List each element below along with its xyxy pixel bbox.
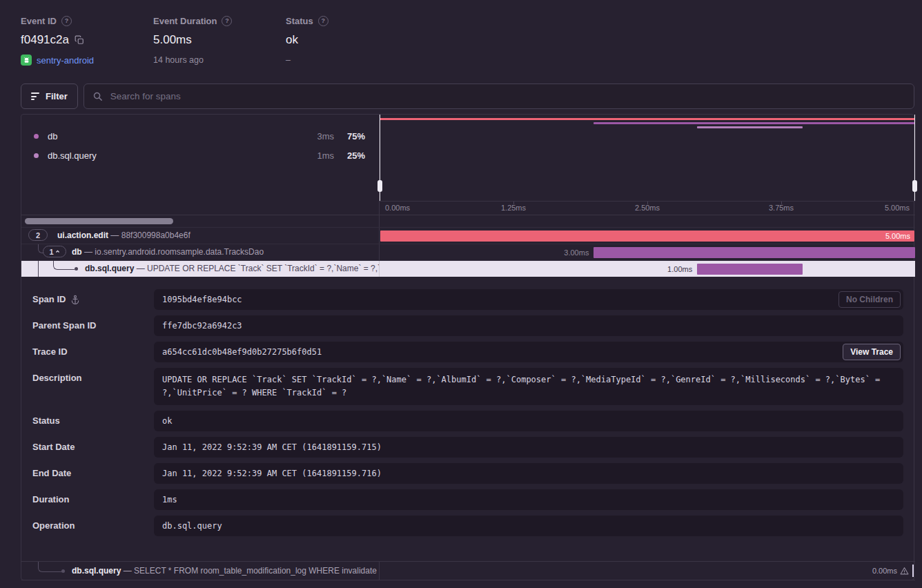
detail-value-box: db.sql.query — [154, 516, 903, 536]
minimap-right-handle[interactable] — [914, 115, 915, 201]
span-duration-bar[interactable] — [380, 231, 914, 242]
detail-row-parent-span-id: Parent Span ID ffe7dbc92a6942c3 — [32, 315, 903, 336]
project-link[interactable]: sentry-android — [37, 55, 94, 66]
start-date-value: Jan 11, 2022 9:52:39 AM CET (1641891159.… — [162, 442, 382, 452]
warning-icon[interactable] — [900, 566, 909, 578]
trace-id-value: a654cc61dc0b48ef9d0b27275b6f0d51 — [162, 347, 322, 357]
detail-value-box: ok — [154, 411, 903, 431]
span-duration-label: 0.00ms — [872, 562, 897, 580]
filter-button[interactable]: Filter — [21, 84, 78, 109]
detail-value-box: UPDATE OR REPLACE `Track` SET `TrackId` … — [154, 368, 903, 405]
span-op: db.sql.query — [85, 264, 134, 273]
op-name: db.sql.query — [48, 150, 302, 161]
detail-label: Start Date — [32, 437, 75, 458]
search-icon — [92, 91, 103, 101]
legend-row[interactable]: db.sql.query 1ms 25% — [21, 146, 379, 165]
copy-icon[interactable] — [75, 35, 84, 45]
span-description: io.sentry.android.roomsample.data.Tracks… — [95, 247, 264, 257]
tree-connector — [53, 261, 75, 270]
status-sub: – — [286, 55, 291, 65]
detail-label: End Date — [32, 463, 71, 484]
axis-label: 5.00ms — [885, 204, 910, 212]
operation-value: db.sql.query — [162, 521, 222, 531]
event-id-block: Event ID ? f0491c2a sentry-android — [21, 15, 153, 66]
detail-value-box: a654cc61dc0b48ef9d0b27275b6f0d51 View Tr… — [154, 342, 903, 362]
span-op: ui.action.edit — [57, 231, 108, 240]
separator: — — [84, 247, 92, 257]
detail-row-end-date: End Date Jan 11, 2022 9:52:39 AM CET (16… — [32, 463, 903, 484]
span-op: db.sql.query — [72, 566, 121, 576]
help-icon[interactable]: ? — [222, 16, 232, 26]
time-axis: 0.00ms 1.25ms 2.50ms 3.75ms 5.00ms — [380, 201, 915, 215]
detail-value-box: 1ms — [154, 489, 903, 510]
event-duration-label: Event Duration — [153, 16, 217, 26]
op-duration: 1ms — [302, 150, 334, 161]
detail-label: Status — [32, 411, 60, 431]
zero-duration-span-marker[interactable] — [912, 565, 914, 577]
horizontal-scrollbar[interactable] — [25, 218, 173, 224]
tree-connector-dot — [61, 569, 65, 573]
span-description: SELECT * FROM room_table_modification_lo… — [134, 566, 377, 576]
span-row-ui-action-edit[interactable]: 2 ui.action.edit — 88f300998a0b4e6f 5.00… — [21, 227, 915, 244]
detail-value-box: ffe7dbc92a6942c3 — [154, 315, 903, 336]
description-value: UPDATE OR REPLACE `Track` SET `TrackId` … — [162, 373, 895, 400]
parent-span-id-value: ffe7dbc92a6942c3 — [162, 321, 242, 331]
tree-connector — [38, 261, 39, 277]
view-trace-button[interactable]: View Trace — [843, 344, 901, 360]
help-icon[interactable]: ? — [318, 16, 328, 26]
minimap-left-handle[interactable] — [380, 115, 380, 201]
detail-label: Description — [32, 368, 82, 389]
status-label: Status — [286, 16, 313, 26]
timeline-minimap[interactable] — [380, 115, 915, 201]
detail-row-status: Status ok — [32, 411, 903, 431]
span-row-db[interactable]: 1 db — io.sentry.android.roomsample.data… — [21, 244, 915, 260]
legend-row[interactable]: db 3ms 75% — [21, 126, 379, 146]
no-children-badge: No Children — [838, 291, 901, 308]
span-duration-bar[interactable] — [594, 247, 915, 258]
event-id-value: f0491c2a — [21, 33, 69, 47]
detail-row-operation: Operation db.sql.query — [32, 516, 903, 536]
operations-breakdown: db 3ms 75% db.sql.query 1ms 25% — [21, 115, 379, 201]
span-duration-label: 5.00ms — [885, 231, 910, 242]
detail-row-duration: Duration 1ms — [32, 489, 903, 510]
tree-connector-dot — [75, 267, 78, 271]
minimap-span-bar — [594, 122, 915, 124]
detail-label: Span ID — [32, 289, 66, 310]
span-row-db-sql-query-select[interactable]: db.sql.query — SELECT * FROM room_table_… — [21, 561, 915, 580]
span-description: 88f300998a0b4e6f — [121, 231, 190, 240]
end-date-value: Jan 11, 2022 9:52:39 AM CET (1641891159.… — [162, 469, 382, 478]
children-count: 1 — [49, 248, 53, 256]
span-op: db — [72, 247, 82, 257]
android-platform-icon — [21, 55, 32, 66]
event-age: 14 hours ago — [153, 55, 204, 65]
minimap-span-bar — [380, 118, 915, 120]
search-bar[interactable] — [84, 84, 914, 109]
op-percentage: 75% — [334, 131, 365, 141]
anchor-icon[interactable] — [70, 289, 80, 310]
status-value: ok — [162, 416, 172, 426]
detail-value-box: 1095bd4ef8e94bcc No Children — [154, 289, 903, 310]
help-icon[interactable]: ? — [61, 16, 72, 26]
op-color-dot — [34, 134, 39, 139]
detail-value-box: Jan 11, 2022 9:52:39 AM CET (1641891159.… — [154, 437, 903, 458]
separator: — — [110, 231, 119, 240]
spans-panel: db 3ms 75% db.sql.query 1ms 25% 0.00ms 1… — [21, 114, 914, 580]
span-row-db-sql-query-selected[interactable]: db.sql.query — UPDATE OR REPLACE `Track`… — [21, 260, 915, 277]
op-name: db — [48, 131, 302, 141]
event-duration-block: Event Duration ? 5.00ms 14 hours ago — [153, 15, 286, 66]
op-duration: 3ms — [302, 131, 334, 141]
separator: — — [137, 264, 145, 273]
search-input[interactable] — [109, 90, 905, 102]
children-count-badge[interactable]: 2 — [28, 229, 48, 241]
span-details: Span ID 1095bd4ef8e94bcc No Children Par… — [21, 277, 915, 542]
detail-label: Parent Span ID — [32, 315, 96, 336]
detail-label: Trace ID — [32, 342, 68, 362]
detail-label: Duration — [32, 489, 69, 510]
span-description: UPDATE OR REPLACE `Track` SET `TrackId` … — [147, 264, 379, 273]
span-duration-bar[interactable] — [697, 264, 803, 275]
detail-row-trace-id: Trace ID a654cc61dc0b48ef9d0b27275b6f0d5… — [32, 342, 903, 362]
tree-scroll-track — [21, 215, 915, 227]
tree-connector — [38, 562, 63, 572]
children-count-badge[interactable]: 1 — [43, 246, 66, 257]
status-value: ok — [286, 33, 298, 47]
